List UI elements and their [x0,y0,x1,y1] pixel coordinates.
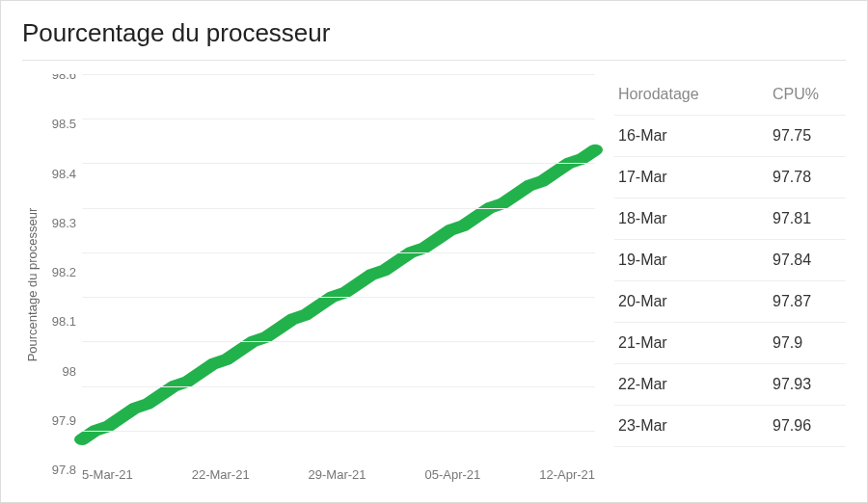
x-tick: 22-Mar-21 [192,467,250,494]
y-tick: 98 [63,363,76,378]
table-cell-cpu: 97.87 [773,293,840,310]
table-cell-cpu: 97.78 [773,169,840,186]
table-cell-cpu: 97.9 [773,334,840,352]
table-cell-timestamp: 18-Mar [618,210,773,227]
y-tick: 98.6 [52,74,76,82]
table-cell-timestamp: 23-Mar [618,417,773,435]
data-table: Horodatage CPU% 16-Mar97.7517-Mar97.7818… [614,74,846,494]
chart: Pourcentage du processeur 97.897.99898.1… [22,74,595,494]
y-axis-label: Pourcentage du processeur [26,207,41,361]
series-line [82,150,595,440]
y-axis-label-box: Pourcentage du processeur [22,74,43,494]
gridline [82,74,595,75]
table-row: 19-Mar97.84 [614,240,846,281]
plot-area [82,74,595,454]
table-cell-timestamp: 16-Mar [618,127,773,145]
table-cell-cpu: 97.84 [773,252,840,269]
table-row: 22-Mar97.93 [614,364,846,406]
gridline [82,119,595,119]
y-tick: 98.5 [52,117,76,131]
gridline [82,252,595,253]
table-cell-cpu: 97.96 [773,417,840,435]
table-cell-cpu: 97.81 [773,210,840,227]
table-header-row: Horodatage CPU% [614,74,846,116]
plot-column: 5-Mar-2122-Mar-2129-Mar-2105-Apr-2112-Ap… [82,74,595,494]
table-row: 20-Mar97.87 [614,281,846,323]
table-header-cpu: CPU% [773,86,840,103]
table-cell-cpu: 97.75 [773,127,840,145]
x-axis: 5-Mar-2122-Mar-2129-Mar-2105-Apr-2112-Ap… [82,454,595,494]
y-tick: 98.1 [52,314,76,329]
x-tick: 05-Apr-21 [424,467,480,494]
gridline [82,163,595,164]
card-title: Pourcentage du processeur [22,18,846,61]
gridline [82,208,595,209]
table-row: 23-Mar97.96 [614,406,846,447]
table-cell-timestamp: 22-Mar [618,376,773,393]
y-tick: 98.4 [52,166,76,180]
y-tick: 97.9 [52,413,76,428]
card-content: Pourcentage du processeur 97.897.99898.1… [22,74,846,494]
cpu-percentage-card: Pourcentage du processeur Pourcentage du… [1,1,867,502]
table-cell-timestamp: 21-Mar [618,334,773,352]
y-tick: 98.3 [52,215,76,229]
gridline [82,386,595,387]
y-axis-ticks: 97.897.99898.198.298.398.498.598.6 [43,74,82,494]
table-cell-timestamp: 20-Mar [618,293,773,310]
y-tick: 98.2 [52,265,76,279]
table-cell-timestamp: 17-Mar [618,169,773,186]
y-tick: 97.8 [52,463,76,477]
table-cell-cpu: 97.93 [773,376,840,393]
line-svg [82,74,595,453]
x-tick: 12-Apr-21 [539,467,595,494]
table-body: 16-Mar97.7517-Mar97.7818-Mar97.8119-Mar9… [614,116,846,447]
table-row: 16-Mar97.75 [614,116,846,157]
table-row: 17-Mar97.78 [614,157,846,199]
gridline [82,341,595,342]
table-cell-timestamp: 19-Mar [618,252,773,269]
table-row: 18-Mar97.81 [614,199,846,240]
gridline [82,431,595,432]
table-header-timestamp: Horodatage [618,86,773,103]
gridline [82,297,595,298]
x-tick: 5-Mar-21 [82,467,133,494]
table-row: 21-Mar97.9 [614,323,846,364]
x-tick: 29-Mar-21 [309,467,366,494]
